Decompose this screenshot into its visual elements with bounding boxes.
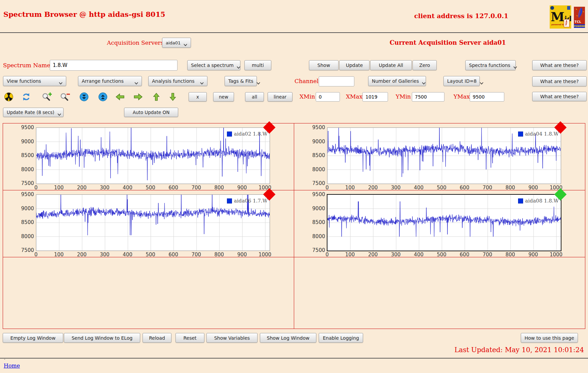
show-button[interactable]: Show [309,60,339,70]
x-tick-label: 700 [189,185,204,191]
x-tick-label: 600 [457,252,472,258]
chevron-down-icon [200,80,204,82]
ymax-input[interactable] [470,92,504,102]
y-tick-label: 9500 [9,124,34,130]
footer-button-show-variables[interactable]: Show Variables [206,333,258,343]
pan-up-icon[interactable] [151,92,161,102]
page-title: Spectrum Browser @ http aidas-gsi 8015 [3,10,165,18]
zoom-out-icon[interactable] [60,92,70,102]
xmin-input[interactable] [316,92,340,102]
legend-label: aida06 1.7.W [234,198,268,204]
update-button[interactable]: Update [339,60,369,70]
home-link[interactable]: Home [4,363,20,369]
empty-panel-2 [294,257,585,329]
what-are-these-button-2[interactable]: What are these? [532,76,587,86]
chevron-down-icon [257,80,260,82]
spectra-functions-dropdown[interactable]: Spectra functions [465,60,516,70]
y-tick-label: 9500 [300,124,325,130]
x-tick-label: 900 [526,185,541,191]
y-tick-label: 8000 [300,166,325,173]
chevron-down-icon [422,80,426,82]
auto-update-button[interactable]: Auto Update ON [124,108,178,117]
channel-input[interactable] [319,76,354,86]
y-tick-label: 9000 [9,206,34,212]
number-of-galleries-dropdown[interactable]: Number of Galleries [368,76,426,86]
scroll-up-icon[interactable] [98,92,108,102]
ymin-input[interactable] [412,92,444,102]
new-button[interactable]: new [213,92,234,102]
chevron-down-icon [237,64,240,67]
legend-label: aida04 1.8.W [525,131,559,137]
legend-label: aida02 1.8.W [234,131,268,137]
refresh-icon[interactable] [21,92,31,102]
midas-feather-icon [564,19,570,27]
x-tick-label: 100 [51,252,66,258]
x-tick-label: 800 [503,252,518,258]
arrange-functions-dropdown[interactable]: Arrange functions [78,76,142,86]
footer-button-reload[interactable]: Reload [143,333,171,343]
x-tick-label: 800 [503,185,518,191]
footer-button-enable-logging[interactable]: Enable Logging [319,333,363,343]
what-are-these-button-1[interactable]: What are these? [532,60,587,70]
footer-dot: . [4,356,5,361]
x-tick-label: 300 [97,185,112,191]
x-button[interactable]: x [189,92,207,102]
layout-id-dropdown[interactable]: Layout ID=8 [443,76,480,86]
scroll-down-icon[interactable] [79,92,89,102]
tcl-powered-logo: TCL POWERED [574,7,585,28]
multi-button[interactable]: multi [244,60,271,70]
pan-right-icon[interactable] [133,92,143,102]
x-tick-label: 0 [29,252,43,258]
x-tick-label: 700 [189,252,204,258]
pan-left-icon[interactable] [115,92,125,102]
view-functions-dropdown[interactable]: View functions [3,76,66,86]
how-to-use-button[interactable]: How to use this page [521,333,578,343]
footer-button-empty-log-window[interactable]: Empty Log Window [3,333,63,343]
all-button[interactable]: all [245,92,264,102]
x-tick-label: 400 [120,185,135,191]
x-tick-label: 200 [74,185,89,191]
chevron-down-icon [480,80,483,82]
xmax-input[interactable] [362,92,388,102]
y-tick-label: 8500 [9,152,34,158]
x-tick-label: 400 [411,185,426,191]
linear-button[interactable]: linear [268,92,292,102]
x-tick-label: 100 [343,252,357,258]
x-tick-label: 400 [120,252,135,258]
x-tick-label: 600 [166,252,181,258]
update-rate-dropdown[interactable]: Update Rate (8 secs) [3,108,64,117]
pan-down-icon[interactable] [168,92,178,102]
acquisition-server-select[interactable]: aida01 [162,38,191,48]
y-tick-label: 8500 [300,152,325,158]
analysis-functions-dropdown[interactable]: Analysis functions [148,76,207,86]
radiation-icon[interactable] [4,92,14,102]
midas-powered-by-text: powered by [551,23,565,26]
plot-legend: aida06 1.7.W [227,198,268,204]
plot-legend: aida02 1.8.W [227,131,268,137]
y-tick-label: 8500 [9,219,34,225]
x-tick-label: 800 [212,185,227,191]
spectrum-panel-4: 7500800085009000950001002003004005006007… [294,190,585,257]
x-tick-label: 100 [343,185,357,191]
select-spectrum-dropdown[interactable]: Select a spectrum [187,60,240,70]
update-all-button[interactable]: Update All [370,60,412,70]
spectrum-name-input[interactable] [50,60,178,71]
footer-button-send-log-window-to-elog[interactable]: Send Log Window to ELog [64,333,140,343]
what-are-these-button-3[interactable]: What are these? [532,92,587,101]
x-tick-label: 900 [526,252,541,258]
spectrum-panel-1: 7500800085009000950001002003004005006007… [3,123,294,190]
footer-button-reset[interactable]: Reset [175,333,204,343]
x-tick-label: 300 [388,252,403,258]
plot-legend: aida04 1.8.W [518,131,559,137]
x-tick-label: 500 [434,252,449,258]
x-tick-label: 200 [365,252,380,258]
footer-button-show-log-window[interactable]: Show Log Window [260,333,316,343]
empty-panel-1 [3,257,294,329]
tags-fits-dropdown[interactable]: Tags & Fits [225,76,257,86]
acquisition-servers-label: Acquisition Servers [107,38,160,48]
x-tick-label: 0 [320,185,335,191]
zero-button[interactable]: Zero [413,60,437,70]
zoom-in-icon[interactable] [42,92,52,102]
midas-shield-icon [567,6,570,10]
midas-logo: Midas powered by [550,5,571,29]
